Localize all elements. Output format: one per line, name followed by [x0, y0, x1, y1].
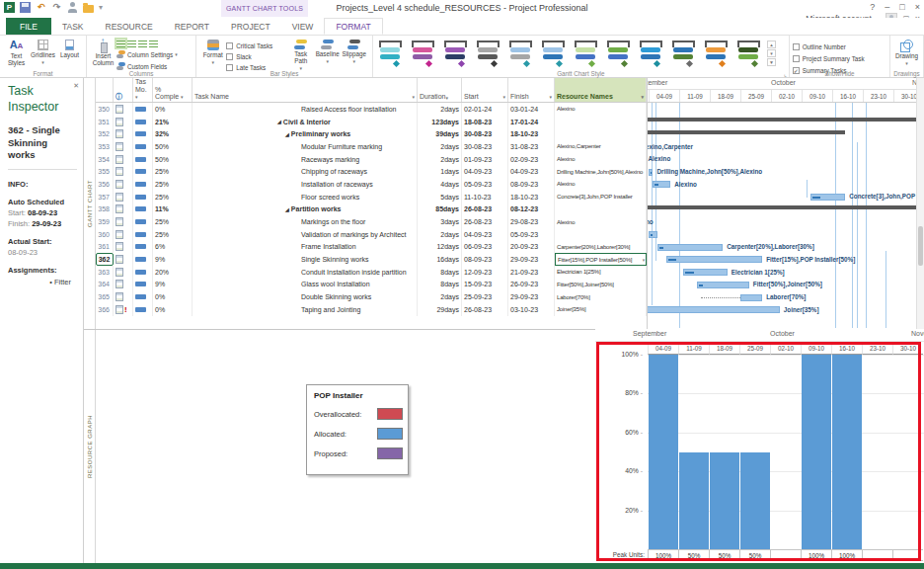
- tab-view[interactable]: VIEW: [281, 18, 325, 35]
- duration-cell[interactable]: 8days: [418, 279, 462, 291]
- indicator-cell[interactable]: [114, 203, 133, 216]
- task-name-cell[interactable]: Validation of markings by Architect: [192, 228, 418, 241]
- task-name-cell[interactable]: ◢Preliminary works: [192, 127, 418, 140]
- resource-names-cell[interactable]: Fitter[50%],Joiner[50%]: [555, 279, 647, 291]
- restore-button[interactable]: □: [899, 2, 904, 12]
- task-path-button[interactable]: Task Path ▾: [287, 38, 314, 71]
- task-mode-cell[interactable]: [133, 103, 153, 116]
- task-bar[interactable]: [810, 194, 845, 201]
- gantt-style-thumbnail-9[interactable]: [637, 41, 667, 67]
- resource-names-cell[interactable]: Electrician 1[25%]: [555, 266, 647, 279]
- chevron-down-icon[interactable]: ▾: [643, 257, 645, 263]
- checkbox-outline-number[interactable]: Outline Number: [793, 41, 865, 51]
- task-bar[interactable]: [653, 181, 670, 188]
- resource-names-cell[interactable]: Laborer[70%]: [555, 290, 647, 303]
- pct-complete-cell[interactable]: 32%: [153, 127, 192, 140]
- pct-complete-cell[interactable]: 50%: [153, 153, 192, 166]
- pct-complete-cell[interactable]: 21%: [153, 116, 192, 128]
- start-column-header[interactable]: Start ▾: [462, 78, 508, 102]
- row-number[interactable]: 353: [96, 140, 114, 153]
- gridlines-button[interactable]: Gridlines ▾: [30, 38, 56, 65]
- task-mode-cell[interactable]: [133, 228, 153, 241]
- task-name-cell[interactable]: Chipping of raceways: [192, 165, 418, 178]
- row-number[interactable]: 350: [96, 103, 114, 116]
- pct-complete-cell[interactable]: 9%: [153, 279, 192, 291]
- task-name-cell[interactable]: Double Skinning works: [192, 290, 418, 303]
- table-row[interactable]: 3616%Frame Installation12days06-09-2320-…: [96, 241, 647, 254]
- pct-complete-cell[interactable]: 20%: [153, 266, 192, 279]
- resource-names-cell[interactable]: Drilling Machine,John[50%],Alexino: [555, 165, 647, 178]
- task-mode-cell[interactable]: [133, 153, 153, 166]
- resource-names-cell[interactable]: Concrete[3],John,POP Installer: [555, 191, 647, 203]
- table-row[interactable]: 3649%Glass wool Installation8days15-09-2…: [96, 279, 647, 291]
- indicator-cell[interactable]: [114, 228, 133, 241]
- align-center-icon[interactable]: [127, 40, 136, 47]
- start-cell[interactable]: 04-09-23: [462, 228, 508, 241]
- expand-triangle-icon[interactable]: ◢: [285, 131, 289, 137]
- gallery-more-icon[interactable]: ▼: [767, 58, 776, 66]
- vertical-scrollbar[interactable]: [916, 78, 924, 329]
- task-name-cell[interactable]: Frame Installation: [192, 241, 418, 254]
- table-row[interactable]: 366!0%Taping and Jointing29days26-08-230…: [96, 303, 647, 316]
- task-mode-cell[interactable]: [133, 266, 153, 279]
- task-mode-cell[interactable]: [133, 116, 153, 128]
- table-row[interactable]: 35350%Modular Furniture marking2days30-0…: [96, 140, 647, 153]
- start-cell[interactable]: 04-09-23: [462, 165, 508, 178]
- dialog-launcher-icon[interactable]: ⌞: [784, 70, 787, 77]
- tab-report[interactable]: REPORT: [164, 18, 220, 35]
- start-cell[interactable]: 26-08-23: [462, 303, 508, 316]
- baseline-button[interactable]: Baseline ▾: [314, 38, 341, 64]
- gantt-style-thumbnail-1[interactable]: [376, 41, 407, 67]
- pct-complete-cell[interactable]: 25%: [153, 191, 192, 203]
- pct-complete-cell[interactable]: 25%: [153, 215, 192, 228]
- finish-cell[interactable]: 05-09-23: [508, 228, 555, 241]
- finish-cell[interactable]: 04-09-23: [508, 165, 555, 178]
- row-number[interactable]: 352: [96, 127, 114, 140]
- task-name-cell[interactable]: Raceways marking: [192, 153, 418, 166]
- finish-cell[interactable]: 08-09-23: [508, 178, 555, 191]
- task-mode-cell[interactable]: [133, 290, 153, 303]
- duration-cell[interactable]: 2days: [418, 140, 462, 153]
- finish-cell[interactable]: 29-09-23: [508, 253, 555, 266]
- summary-bar[interactable]: [648, 130, 845, 134]
- gantt-style-thumbnail-3[interactable]: [441, 41, 472, 67]
- help-button[interactable]: ?: [870, 2, 875, 12]
- duration-column-header[interactable]: Duration ▾: [418, 78, 462, 102]
- summary-bar[interactable]: [648, 118, 916, 122]
- task-mode-cell[interactable]: [133, 303, 153, 316]
- task-name-cell[interactable]: Conduit Installation inside partition: [192, 266, 418, 279]
- task-name-cell[interactable]: Floor screed works: [192, 191, 418, 203]
- finish-cell[interactable]: 02-09-23: [508, 153, 555, 166]
- pct-complete-cell[interactable]: 25%: [153, 165, 192, 178]
- task-mode-cell[interactable]: [133, 203, 153, 216]
- table-row[interactable]: 36025%Validation of markings by Architec…: [96, 228, 647, 241]
- start-cell[interactable]: 05-09-23: [462, 178, 508, 191]
- start-cell[interactable]: 02-01-24: [462, 103, 508, 116]
- task-mode-cell[interactable]: [133, 165, 153, 178]
- row-number[interactable]: 351: [96, 116, 114, 128]
- start-cell[interactable]: 08-09-23: [462, 253, 508, 266]
- summary-bar[interactable]: [648, 205, 916, 209]
- indicator-cell[interactable]: [114, 178, 133, 191]
- duration-cell[interactable]: 85days: [418, 203, 462, 216]
- table-row[interactable]: 35450%Raceways marking2days01-09-2302-09…: [96, 153, 647, 166]
- duration-cell[interactable]: 29days: [418, 303, 462, 316]
- row-number[interactable]: 361: [96, 241, 114, 254]
- duration-cell[interactable]: 39days: [418, 127, 462, 140]
- duration-cell[interactable]: 2days: [418, 290, 462, 303]
- indicator-cell[interactable]: [114, 215, 133, 228]
- task-bar[interactable]: [740, 294, 762, 301]
- task-bar[interactable]: [648, 306, 780, 313]
- table-row[interactable]: 36320%Conduit Installation inside partit…: [96, 266, 647, 279]
- resource-names-cell[interactable]: Alexino,Carpenter: [555, 140, 647, 153]
- finish-cell[interactable]: 26-09-23: [508, 279, 555, 291]
- start-cell[interactable]: 26-08-23: [462, 215, 508, 228]
- finish-cell[interactable]: 29-08-23: [508, 215, 555, 228]
- indicator-cell[interactable]: [114, 103, 133, 116]
- row-number[interactable]: 366: [96, 303, 114, 316]
- duration-cell[interactable]: 2days: [418, 153, 462, 166]
- indicator-cell[interactable]: [114, 116, 133, 128]
- close-button[interactable]: ×: [915, 2, 920, 12]
- resource-names-cell[interactable]: Alexino: [555, 103, 647, 116]
- gantt-style-thumbnail-5[interactable]: [506, 41, 537, 67]
